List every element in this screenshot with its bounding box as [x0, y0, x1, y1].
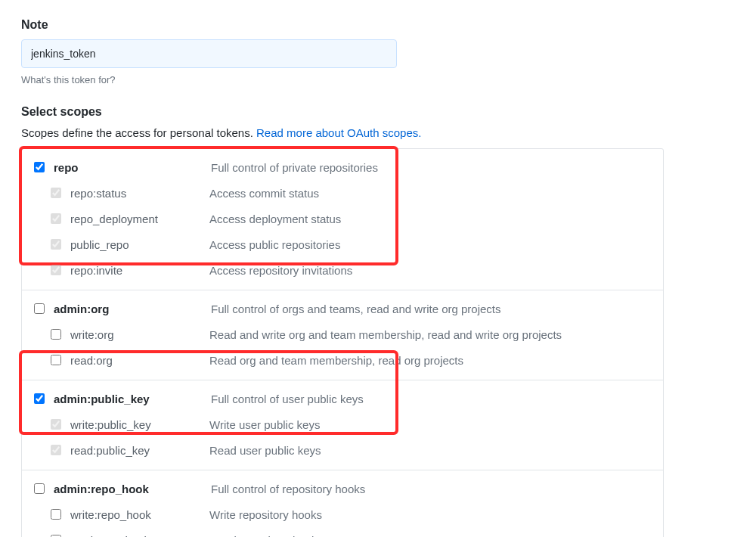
scope-row-write-org: write:org Read and write org and team me…: [22, 322, 663, 348]
scope-name: read:repo_hook: [70, 534, 150, 537]
scope-checkbox-write-org[interactable]: [51, 329, 61, 340]
note-input[interactable]: [21, 39, 397, 68]
note-hint: What's this token for?: [21, 74, 735, 85]
scope-name: admin:repo_hook: [54, 483, 149, 495]
oauth-scopes-link[interactable]: Read more about OAuth scopes.: [256, 126, 421, 139]
scopes-desc-text: Scopes define the access for personal to…: [21, 126, 256, 139]
scope-row-repo-status: repo:status Access commit status: [22, 181, 663, 206]
scope-name: repo_deployment: [70, 213, 158, 225]
scope-row-read-repo-hook: read:repo_hook Read repository hooks: [22, 528, 663, 537]
scopes-heading: Select scopes: [21, 105, 735, 119]
scope-name: repo:status: [70, 187, 126, 200]
scope-name: write:org: [70, 328, 114, 341]
scope-name: write:public_key: [70, 418, 151, 431]
scope-checkbox-repo[interactable]: [34, 162, 45, 172]
scope-checkbox-write-repo-hook[interactable]: [51, 509, 61, 520]
scope-desc: Access commit status: [209, 187, 657, 200]
scope-name: admin:org: [54, 303, 109, 315]
scope-desc: Access repository invitations: [209, 264, 657, 277]
scope-desc: Write user public keys: [209, 418, 657, 431]
scope-name: write:repo_hook: [70, 508, 151, 521]
scope-group-admin-public-key: admin:public_key Full control of user pu…: [22, 380, 663, 470]
scope-row-repo-deployment: repo_deployment Access deployment status: [22, 206, 663, 232]
scope-desc: Full control of repository hooks: [211, 483, 657, 495]
scope-checkbox-write-public-key[interactable]: [51, 419, 61, 430]
scope-checkbox-admin-repo-hook[interactable]: [34, 483, 45, 494]
scope-checkbox-read-public-key[interactable]: [51, 445, 61, 455]
scope-desc: Read repository hooks: [209, 534, 657, 537]
scope-row-write-public-key: write:public_key Write user public keys: [22, 412, 663, 438]
scope-group-admin-repo-hook: admin:repo_hook Full control of reposito…: [22, 470, 663, 537]
scope-group-admin-org: admin:org Full control of orgs and teams…: [22, 290, 663, 380]
scope-name: repo:invite: [70, 264, 122, 277]
scope-name: admin:public_key: [54, 393, 150, 405]
scope-name: read:public_key: [70, 444, 150, 457]
scope-checkbox-repo-status[interactable]: [51, 188, 61, 198]
scope-name: public_repo: [70, 238, 129, 251]
scope-group-repo: repo Full control of private repositorie…: [22, 149, 663, 290]
scope-name: repo: [54, 161, 79, 174]
scope-desc: Read and write org and team membership, …: [209, 328, 657, 341]
scope-row-admin-public-key: admin:public_key Full control of user pu…: [22, 386, 663, 412]
scope-checkbox-public-repo[interactable]: [51, 239, 61, 250]
scopes-desc: Scopes define the access for personal to…: [21, 126, 735, 139]
scope-desc: Access public repositories: [209, 238, 657, 251]
scope-checkbox-read-org[interactable]: [51, 355, 61, 365]
scope-checkbox-repo-deployment[interactable]: [51, 213, 61, 224]
scope-desc: Read org and team membership, read org p…: [209, 354, 657, 367]
scope-row-admin-repo-hook: admin:repo_hook Full control of reposito…: [22, 476, 663, 502]
scope-desc: Full control of user public keys: [211, 393, 657, 405]
scope-row-read-public-key: read:public_key Read user public keys: [22, 438, 663, 464]
scope-desc: Read user public keys: [209, 444, 657, 457]
scope-desc: Full control of orgs and teams, read and…: [211, 303, 657, 315]
scope-row-write-repo-hook: write:repo_hook Write repository hooks: [22, 502, 663, 528]
scope-row-admin-org: admin:org Full control of orgs and teams…: [22, 296, 663, 322]
scope-checkbox-repo-invite[interactable]: [51, 265, 61, 275]
scope-row-read-org: read:org Read org and team membership, r…: [22, 348, 663, 374]
scope-row-repo-invite: repo:invite Access repository invitation…: [22, 258, 663, 284]
scope-desc: Write repository hooks: [209, 508, 657, 521]
scope-row-repo: repo Full control of private repositorie…: [22, 155, 663, 181]
scope-row-public-repo: public_repo Access public repositories: [22, 232, 663, 258]
scopes-container: repo Full control of private repositorie…: [21, 148, 664, 537]
scope-checkbox-admin-org[interactable]: [34, 303, 45, 314]
note-label: Note: [21, 18, 735, 32]
scope-checkbox-admin-public-key[interactable]: [34, 393, 45, 404]
scope-desc: Full control of private repositories: [211, 161, 657, 174]
scope-desc: Access deployment status: [209, 213, 657, 225]
scope-name: read:org: [70, 354, 113, 367]
